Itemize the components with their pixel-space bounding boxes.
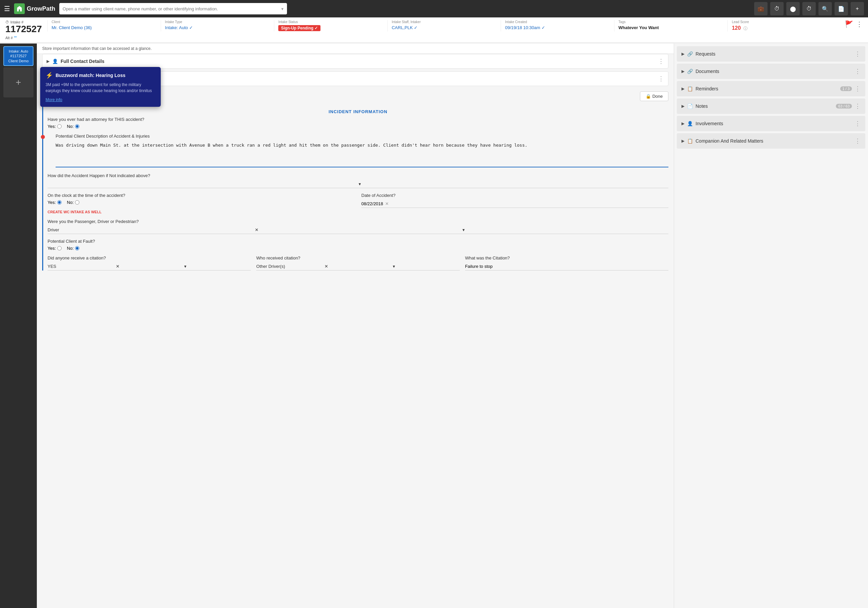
involvements-header[interactable]: ▶ 👤 Involvements ⋮ [677, 116, 865, 131]
document-icon[interactable]: 📄 [834, 2, 848, 15]
briefcase-icon[interactable]: 💼 [754, 2, 767, 15]
second-accordion-more-icon[interactable]: ⋮ [658, 75, 664, 82]
date-clear-icon[interactable]: ✕ [385, 201, 389, 206]
alt-label: Alt # [5, 36, 13, 40]
right-involvements-accordion: ▶ 👤 Involvements ⋮ [677, 116, 865, 131]
q8-clear-icon[interactable]: ✕ [324, 264, 392, 269]
q7-select[interactable]: YES ✕ ▾ [48, 263, 251, 271]
header-actions: 🚩 ⋮ [841, 20, 863, 28]
flag-icon[interactable]: 🚩 [845, 20, 853, 28]
q8-chevron-icon[interactable]: ▾ [393, 264, 460, 269]
q4-no-option[interactable]: No: [67, 200, 79, 205]
timer-icon[interactable]: ⏱ [802, 2, 816, 15]
date-label: Date of Accident? [361, 193, 668, 198]
documents-header[interactable]: ▶ 🔗 Documents ⋮ [677, 63, 865, 79]
q4-no-radio[interactable] [75, 200, 79, 204]
q6-yes-option[interactable]: Yes: [48, 246, 62, 251]
circle-icon[interactable]: ⬤ [786, 2, 800, 15]
form-container: ▶ 👤 Full Contact Details ⋮ ▶ ⋮ ⚡ Buz [37, 54, 674, 280]
q6-yes-radio[interactable] [57, 246, 62, 251]
info-icon[interactable]: ⓘ [743, 26, 747, 31]
search-dropdown-arrow[interactable]: ▾ [281, 6, 284, 11]
q1-no-radio[interactable] [75, 124, 79, 128]
intake-type-value[interactable]: Intake: Auto ✓ [165, 25, 270, 30]
q6-no-option[interactable]: No: [67, 246, 79, 251]
q5-select[interactable]: Driver ✕ ▾ [48, 226, 668, 234]
clock-icon[interactable]: ⏱ [770, 2, 784, 15]
sidebar-item-intake[interactable]: Intake: Auto #1172527 Client Demo [3, 46, 34, 66]
buzzword-more-info-link[interactable]: More info [45, 97, 62, 102]
right-documents-accordion: ▶ 🔗 Documents ⋮ [677, 63, 865, 79]
q5-chevron-icon[interactable]: ▾ [462, 227, 668, 232]
q1-yes-radio[interactable] [57, 124, 62, 128]
client-label: Client [51, 20, 157, 24]
intake-staff-value[interactable]: CARL,PLK ✓ [392, 25, 497, 30]
main-layout: Intake: Auto #1172527 Client Demo + Stor… [0, 43, 868, 608]
reminders-header[interactable]: ▶ 📋 Reminders 1 / 3 ⋮ [677, 81, 865, 96]
full-contact-more-icon[interactable]: ⋮ [658, 57, 664, 65]
q6-radio-group: Yes: No: [48, 246, 668, 251]
q8-select[interactable]: Other Driver(s) ✕ ▾ [256, 263, 459, 271]
q1-yes-option[interactable]: Yes: [48, 124, 62, 129]
intake-created-value[interactable]: 09/19/18 10:30am ✓ [505, 25, 610, 30]
sidebar-add-button[interactable]: + [3, 67, 34, 97]
lightning-icon: ⚡ [45, 72, 53, 79]
q5-question: Were you the Passenger, Driver or Pedest… [48, 219, 668, 224]
q7-clear-icon[interactable]: ✕ [116, 264, 183, 269]
companion-header[interactable]: ▶ 📋 Companion And Related Matters ⋮ [677, 133, 865, 149]
lead-score-label: Lead Score [732, 20, 837, 24]
header-field-tags: Tags Whatever You Want [614, 20, 728, 31]
intake-type-label: Intake Type [165, 20, 270, 24]
requests-chevron-icon: ▶ [682, 51, 685, 56]
citation-row: Did anyone receive a citation? YES ✕ ▾ W… [48, 255, 668, 271]
sidebar-item-label: Intake: Auto #1172527 Client Demo [8, 49, 29, 63]
documents-more-icon[interactable]: ⋮ [855, 68, 861, 75]
search-nav-icon[interactable]: 🔍 [818, 2, 832, 15]
create-wc-link[interactable]: CREATE WC INTAKE AS WELL [48, 210, 355, 214]
search-input[interactable] [63, 6, 279, 11]
buzzword-body: 3M paid +9M to the government for sellin… [45, 82, 155, 94]
notes-header[interactable]: ▶ 📄 Notes 63 / 63 ⋮ [677, 98, 865, 114]
done-button[interactable]: 🔒 Done [640, 91, 668, 101]
q4-yes-option[interactable]: Yes: [48, 200, 62, 205]
status-badge[interactable]: Sign-Up Pending ✓ [278, 25, 321, 31]
header-bar: ⏱ Intake # 1172527 Alt # ✏ Client Mr. Cl… [0, 17, 868, 43]
companion-chevron-icon: ▶ [682, 139, 685, 143]
header-fields: Client Mr. Client Demo (36) Intake Type … [47, 20, 841, 31]
q7-chevron-icon[interactable]: ▾ [184, 264, 251, 269]
add-nav-icon[interactable]: + [851, 2, 864, 15]
companion-title: Companion And Related Matters [696, 138, 852, 144]
reminders-more-icon[interactable]: ⋮ [855, 85, 861, 93]
q1-no-option[interactable]: No: [67, 124, 79, 129]
q3-chevron-icon[interactable]: ▾ [359, 181, 668, 187]
requests-more-icon[interactable]: ⋮ [855, 50, 861, 57]
q2-textarea[interactable]: Was driving down Main St. at the interse… [56, 141, 668, 167]
q6-no-radio[interactable] [75, 246, 79, 251]
top-navigation: ☰ GrowPath ▾ 💼 ⏱ ⬤ ⏱ 🔍 📄 + [0, 0, 868, 17]
q4-row: On the clock at the time of the accident… [48, 193, 668, 214]
notes-more-icon[interactable]: ⋮ [855, 102, 861, 110]
involvements-more-icon[interactable]: ⋮ [855, 120, 861, 127]
tags-value: Whatever You Want [618, 25, 724, 30]
hamburger-icon[interactable]: ☰ [4, 5, 10, 13]
reminders-title: Reminders [696, 86, 837, 91]
q5-clear-icon[interactable]: ✕ [255, 227, 461, 232]
alt-edit-icon[interactable]: ✏ [14, 35, 17, 39]
intake-status-value[interactable]: Sign-Up Pending ✓ [278, 25, 383, 31]
lead-score-number: 120 [732, 25, 741, 31]
q4-yes-radio[interactable] [57, 200, 62, 204]
more-options-icon[interactable]: ⋮ [856, 20, 863, 28]
intake-status-label: Intake Status [278, 20, 383, 24]
q8-value: Other Driver(s) [256, 264, 323, 269]
buzzword-title: Buzzword match: Hearing Loss [56, 73, 125, 78]
full-contact-accordion-header[interactable]: ▶ 👤 Full Contact Details ⋮ [42, 54, 668, 68]
notes-badge: 63 / 63 [836, 104, 852, 108]
header-field-lead-score: Lead Score 120 ⓘ [727, 20, 841, 31]
client-value[interactable]: Mr. Client Demo (36) [51, 25, 157, 30]
notes-title: Notes [696, 104, 833, 109]
requests-header[interactable]: ▶ 🔗 Requests ⋮ [677, 46, 865, 62]
companion-more-icon[interactable]: ⋮ [855, 137, 861, 145]
notes-doc-icon: 📄 [687, 104, 693, 109]
global-search[interactable]: ▾ [59, 3, 287, 14]
q3-select[interactable]: ▾ [48, 180, 668, 188]
